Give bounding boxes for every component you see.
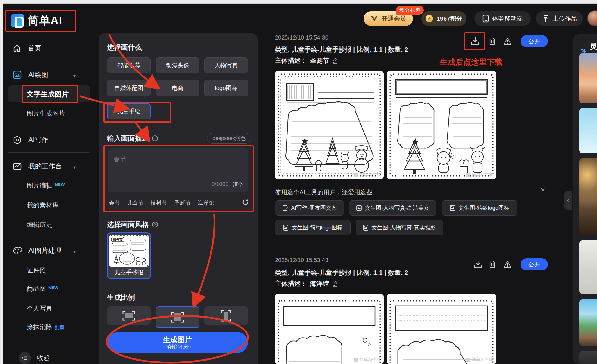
section-title-style: 选择画面风格 ? — [107, 220, 158, 229]
tag-spring-festival[interactable]: 春节 — [109, 199, 120, 207]
ratio-landscape-button[interactable] — [107, 306, 151, 325]
inspiration-thumb-sunset[interactable] — [579, 53, 597, 103]
annotation-download-hint: 生成后点这里下载 — [440, 57, 503, 67]
upload-icon — [542, 15, 549, 22]
sidebar-item-id-photo[interactable]: 证件照 — [27, 266, 46, 275]
result1-image-2[interactable]: 简单AI生成 — [387, 71, 496, 179]
result2-report-icon[interactable] — [503, 260, 512, 268]
tag-childrens-day[interactable]: 儿童节 — [127, 199, 144, 207]
result1-publish-button[interactable]: 公开 — [521, 35, 548, 47]
ai-write-icon: AI — [13, 136, 22, 144]
credits-button[interactable]: 1967积分 — [421, 11, 466, 26]
sidebar-item-image-to-image[interactable]: 图片生成图片 — [27, 109, 65, 118]
result1-subject: 主体描述：圣诞节 — [275, 56, 338, 65]
svg-text:AI: AI — [16, 139, 19, 142]
result2-image-2[interactable]: 简单AI生成 — [387, 294, 496, 364]
related-tool-t2i-fine-logo[interactable]: 文生图-精致logo图标 — [442, 200, 517, 216]
inspiration-thumb-ink-painting[interactable] — [579, 240, 597, 294]
ratio-portrait-button[interactable] — [204, 306, 248, 325]
tag-aquarium[interactable]: 海洋馆 — [198, 199, 214, 207]
phone-icon — [482, 15, 489, 23]
style-card-children-poster[interactable]: 植树节 儿童手抄报 — [107, 232, 151, 279]
related-tool-ai-write-moments[interactable]: AI写作-朋友圈文案 — [275, 200, 344, 216]
sidebar-collapse-button[interactable]: 收起 — [19, 352, 49, 364]
textarea-footer: 0/1000 清空 — [212, 181, 244, 189]
tag-arbor-day[interactable]: 植树节 — [151, 199, 167, 207]
inspiration-collapse-tab[interactable]: ‹ — [564, 191, 572, 210]
collapse-icon — [19, 352, 31, 364]
mobile-app-button[interactable]: 体验移动端 — [474, 11, 531, 26]
refresh-tags-icon[interactable] — [242, 199, 249, 206]
watermark: 简单AI生成 — [466, 172, 493, 177]
ai-image-process-caret-icon[interactable]: ▾ — [73, 249, 76, 254]
category-portrait-button[interactable]: 人物写真 — [204, 57, 248, 73]
inspiration-thumb-interior[interactable] — [579, 158, 597, 235]
sidebar-item-ai-image-process[interactable]: AI图片处理 — [13, 246, 62, 255]
result2-publish-button[interactable]: 公开 — [521, 258, 548, 270]
upload-label: 上传作品 — [553, 15, 577, 23]
result2-timestamp: 2025/12/10 15:53:43 — [275, 257, 328, 263]
sidebar-item-text-to-image[interactable]: 文字生成图片 — [27, 89, 69, 99]
sidebar-item-erase[interactable]: 涂抹消除批量 — [27, 323, 65, 331]
category-logo-button[interactable]: logo图标 — [204, 80, 248, 96]
help-icon[interactable]: ? — [152, 221, 158, 228]
inspiration-thumb-sky[interactable] — [579, 108, 597, 153]
deepseek-polish-button[interactable]: deepseek润色 — [207, 133, 251, 144]
category-smart-button[interactable]: 智能推荐 — [107, 57, 151, 73]
sidebar-item-workspace[interactable]: 我的工作台 — [13, 162, 62, 171]
sidebar-item-my-assets[interactable]: 我的素材库 — [27, 201, 59, 210]
category-anime-avatar-button[interactable]: 动漫头像 — [156, 57, 199, 73]
app-logo[interactable]: 简单AI — [11, 13, 62, 28]
result1-report-icon[interactable] — [503, 37, 512, 45]
clear-button[interactable]: 清空 — [233, 181, 244, 189]
result2-delete-icon[interactable] — [489, 260, 496, 268]
result1-timestamp: 2025/12/10 15:54:30 — [275, 34, 328, 41]
sidebar-item-ai-write[interactable]: AI AI写作 — [13, 135, 48, 144]
workspace-icon — [13, 162, 22, 171]
tag-christmas[interactable]: 圣诞节 — [174, 199, 191, 207]
related-tool-t2i-portrait-beauty[interactable]: 文生图-人物写真-高清美女 — [349, 200, 436, 216]
related-tool-t2i-simple-logo[interactable]: 文生图-简约logo图标 — [275, 220, 351, 235]
result2-download-icon[interactable] — [474, 260, 482, 268]
description-textarea[interactable]: 春节 0/1000 清空 — [108, 148, 248, 192]
style-thumbnail: 植树节 — [109, 235, 149, 267]
edit-pencil-icon[interactable] — [332, 281, 338, 287]
related-close-icon[interactable]: × — [541, 185, 545, 194]
category-ecommerce-button[interactable]: 电商 — [156, 80, 199, 96]
related-tools-title: 使用这个AI工具的用户，还爱用这些 — [275, 188, 372, 196]
sidebar-item-home[interactable]: 首页 — [13, 44, 41, 53]
watermark: 简单AI生成 — [466, 357, 493, 362]
category-children-drawing-button[interactable]: 儿童手绘 — [107, 103, 151, 119]
inspiration-thumb-partial[interactable] — [579, 351, 597, 364]
result1-download-icon[interactable] — [471, 37, 480, 45]
credits-label: 1967积分 — [437, 15, 462, 23]
inspiration-thumb-train[interactable] — [579, 299, 597, 346]
generate-button[interactable]: 生成图片 （消耗2积分） — [107, 332, 248, 353]
info-icon[interactable]: i — [152, 135, 158, 141]
category-media-button[interactable]: 自媒体配图 — [107, 80, 151, 96]
sidebar-item-edit-history[interactable]: 编辑历史 — [27, 220, 52, 229]
description-placeholder: 春节 — [114, 155, 126, 164]
edit-pencil-icon[interactable] — [332, 58, 338, 64]
workspace-caret-icon[interactable]: ▾ — [73, 165, 76, 170]
image-text-icon — [363, 225, 369, 231]
result2-image-1[interactable]: 简单AI生成 — [275, 294, 384, 364]
upload-works-button[interactable]: 上传作品 — [536, 11, 583, 26]
sidebar-item-ai-draw[interactable]: AI绘图 — [13, 70, 48, 79]
related-tool-t2i-real-photo[interactable]: 文生图-人物写真-真实摄影 — [356, 220, 443, 235]
suggestion-tags: 春节 儿童节 植树节 圣诞节 海洋馆 — [109, 199, 221, 207]
sidebar-item-personal-photo[interactable]: 个人写真 — [27, 304, 52, 313]
result1-delete-icon[interactable] — [489, 37, 496, 45]
ratio-square-button[interactable] — [156, 306, 199, 328]
points-gift-badge: 积分礼包 — [396, 6, 424, 15]
result2-subject: 主体描述：海洋馆 — [275, 279, 338, 288]
svg-text:i: i — [154, 137, 155, 141]
batch-badge: 批量 — [55, 325, 65, 330]
ai-draw-caret-icon[interactable]: ▾ — [73, 73, 76, 79]
result1-image-1[interactable]: 简单AI生成 — [275, 71, 384, 179]
sidebar-item-product-image[interactable]: 商品图NEW — [27, 284, 58, 293]
sidebar-item-image-edit[interactable]: 图片编辑NEW — [27, 181, 65, 190]
sidebar-divider — [8, 152, 90, 153]
section-title-what: 选择画什么 — [107, 43, 142, 52]
screen: 简单AI 开通会员 积分礼包 1967积分 体验移动端 上传作品 — [0, 0, 597, 364]
